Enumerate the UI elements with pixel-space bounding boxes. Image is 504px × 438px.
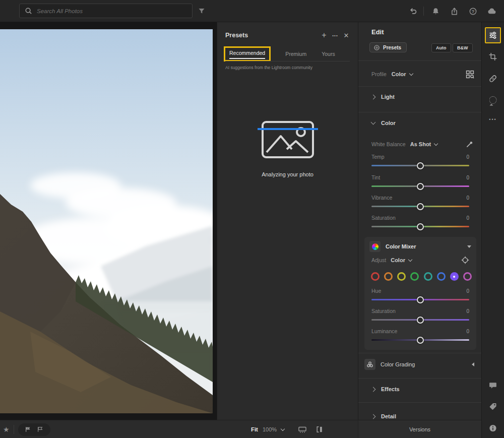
filter-icon[interactable] bbox=[194, 0, 209, 22]
swatch-green[interactable] bbox=[410, 272, 419, 281]
swatch-aqua[interactable] bbox=[424, 272, 432, 281]
chevron-right-icon bbox=[371, 414, 376, 419]
notifications-bell-icon[interactable] bbox=[428, 0, 443, 22]
swatch-red[interactable] bbox=[371, 272, 380, 281]
star-rating-icon[interactable]: ★ bbox=[3, 425, 10, 433]
undo-icon[interactable] bbox=[405, 0, 420, 22]
fit-button[interactable]: Fit bbox=[251, 426, 258, 432]
info-icon[interactable] bbox=[489, 424, 497, 432]
submenu-arrow-icon bbox=[489, 104, 493, 107]
section-color-grading[interactable]: Color Grading bbox=[364, 359, 474, 370]
bw-button[interactable]: B&W bbox=[453, 43, 473, 52]
luminance-value: 0 bbox=[466, 329, 469, 334]
section-color[interactable]: Color bbox=[371, 120, 396, 126]
before-after-icon[interactable] bbox=[316, 425, 324, 433]
color-grading-icon bbox=[364, 359, 375, 370]
saturation-track[interactable] bbox=[371, 226, 469, 227]
hue-track[interactable] bbox=[371, 299, 469, 300]
section-light[interactable]: Light bbox=[371, 94, 395, 100]
luminance-knob[interactable] bbox=[417, 337, 424, 344]
add-preset-icon[interactable]: + bbox=[319, 31, 330, 40]
swatch-purple[interactable] bbox=[450, 272, 459, 281]
color-wheel-icon bbox=[369, 241, 381, 252]
vibrance-knob[interactable] bbox=[417, 203, 424, 210]
healing-tool-icon[interactable] bbox=[488, 74, 497, 83]
presets-tabs: Recommended Premium Yours bbox=[224, 46, 343, 61]
flag-pill bbox=[18, 423, 50, 436]
search-box[interactable] bbox=[19, 4, 193, 18]
mixer-saturation-knob[interactable] bbox=[417, 317, 424, 324]
zoom-level[interactable]: 100% bbox=[263, 426, 277, 432]
presets-more-icon[interactable]: ••• bbox=[330, 33, 341, 38]
section-effects[interactable]: Effects bbox=[371, 386, 400, 392]
saturation-knob[interactable] bbox=[417, 223, 424, 230]
targeted-adjustment-icon[interactable] bbox=[461, 256, 469, 264]
photo-mountain-landscape bbox=[0, 29, 213, 413]
temp-knob[interactable] bbox=[417, 162, 424, 169]
search-input[interactable] bbox=[37, 8, 187, 14]
divider bbox=[358, 112, 481, 112]
scan-line bbox=[258, 128, 318, 130]
chevron-right-icon bbox=[371, 94, 376, 99]
swatch-magenta[interactable] bbox=[463, 272, 472, 281]
versions-button[interactable]: Versions bbox=[358, 420, 481, 438]
temp-track[interactable] bbox=[371, 165, 469, 166]
presets-toggle-button[interactable]: Presets bbox=[369, 42, 407, 52]
crop-tool-icon[interactable] bbox=[489, 52, 497, 61]
temp-slider: Temp0 bbox=[371, 153, 469, 166]
share-icon[interactable] bbox=[447, 0, 462, 22]
tint-track[interactable] bbox=[371, 185, 469, 187]
profile-browse-icon[interactable] bbox=[466, 70, 474, 79]
tint-knob[interactable] bbox=[417, 183, 424, 190]
hue-knob[interactable] bbox=[417, 296, 424, 303]
analyzing-placeholder bbox=[217, 121, 358, 158]
profile-value[interactable]: Color bbox=[392, 71, 406, 77]
profile-row: Profile Color bbox=[371, 69, 474, 80]
tab-yours[interactable]: Yours bbox=[321, 51, 336, 57]
color-mixer-card: Color Mixer Adjust Color Hue0 Saturation… bbox=[364, 237, 476, 350]
divider bbox=[358, 353, 481, 353]
profile-label: Profile bbox=[371, 71, 387, 77]
chevron-down-icon[interactable] bbox=[434, 142, 438, 146]
image-placeholder-icon bbox=[262, 121, 314, 158]
divider bbox=[14, 425, 14, 434]
swatch-yellow[interactable] bbox=[397, 272, 406, 281]
help-icon[interactable]: ? bbox=[465, 0, 480, 22]
edit-tool-icon[interactable] bbox=[485, 27, 501, 43]
auto-button[interactable]: Auto bbox=[431, 43, 451, 52]
collapse-triangle-icon[interactable] bbox=[472, 362, 474, 366]
eyedropper-icon[interactable] bbox=[466, 141, 473, 148]
presets-close-icon[interactable]: ✕ bbox=[341, 32, 352, 39]
temp-value: 0 bbox=[466, 154, 469, 160]
divider bbox=[358, 86, 481, 87]
chevron-down-icon[interactable] bbox=[281, 427, 285, 431]
hue-label: Hue bbox=[371, 288, 381, 294]
luminance-track[interactable] bbox=[371, 339, 469, 341]
color-mixer-header[interactable]: Color Mixer bbox=[369, 240, 471, 253]
cloud-sync-icon[interactable] bbox=[484, 0, 499, 22]
white-balance-label: White Balance bbox=[371, 141, 406, 147]
white-balance-value[interactable]: As Shot bbox=[410, 141, 431, 147]
tab-recommended[interactable]: Recommended bbox=[224, 46, 271, 61]
collapse-triangle-icon[interactable] bbox=[467, 245, 471, 248]
flag-pick-icon[interactable] bbox=[25, 426, 32, 433]
chevron-down-icon[interactable] bbox=[409, 72, 413, 76]
swatch-blue[interactable] bbox=[437, 272, 446, 281]
section-detail[interactable]: Detail bbox=[371, 413, 396, 419]
filmstrip-toggle-icon[interactable] bbox=[298, 425, 307, 433]
mixer-saturation-label: Saturation bbox=[371, 308, 396, 314]
adjust-value[interactable]: Color bbox=[391, 257, 405, 263]
more-tools-icon[interactable]: ••• bbox=[489, 117, 496, 122]
adjust-row: Adjust Color bbox=[371, 256, 469, 264]
luminance-label: Luminance bbox=[371, 328, 397, 334]
vibrance-track[interactable] bbox=[371, 206, 469, 207]
flag-reject-icon[interactable] bbox=[37, 426, 44, 433]
comments-icon[interactable] bbox=[489, 381, 497, 390]
chevron-down-icon[interactable] bbox=[408, 258, 412, 262]
keywords-tag-icon[interactable] bbox=[489, 402, 497, 411]
presets-panel: Presets + ••• ✕ Recommended Premium Your… bbox=[217, 22, 358, 420]
mixer-saturation-track[interactable] bbox=[371, 319, 469, 321]
masking-tool-icon[interactable] bbox=[489, 96, 497, 104]
tab-premium[interactable]: Premium bbox=[284, 51, 307, 57]
swatch-orange[interactable] bbox=[384, 272, 393, 281]
